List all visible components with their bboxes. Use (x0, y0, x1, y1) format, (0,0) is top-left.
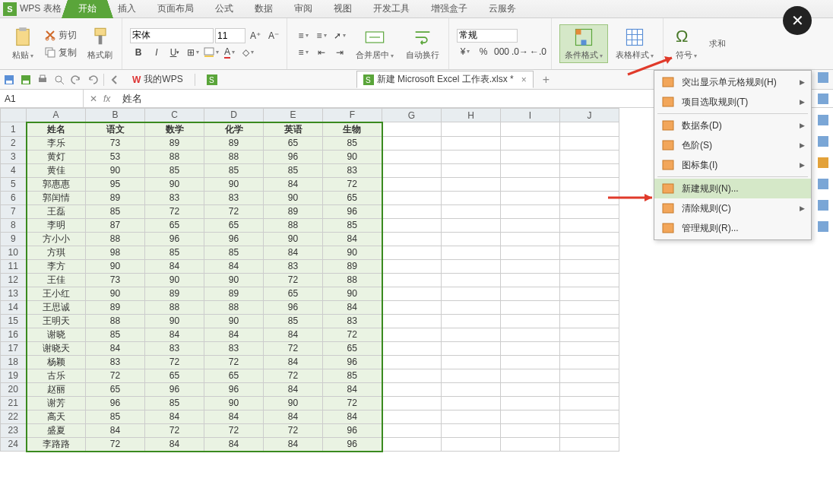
side-icon-7[interactable] (816, 199, 830, 211)
cell[interactable]: 84 (86, 341, 145, 355)
cell[interactable] (560, 369, 619, 382)
currency-icon[interactable]: ¥ (457, 44, 474, 59)
cell[interactable]: 83 (145, 341, 204, 355)
cell[interactable]: 65 (145, 369, 204, 382)
conditional-format-button[interactable]: 条件格式 (559, 24, 608, 63)
formula-value[interactable]: 姓名 (116, 92, 148, 106)
cell[interactable] (442, 218, 501, 232)
cell[interactable]: 88 (86, 314, 145, 328)
fx-cancel-icon[interactable]: ✕ (90, 94, 97, 104)
align-left-icon[interactable]: ≡ (295, 45, 312, 60)
cell[interactable]: 96 (323, 423, 382, 437)
column-header[interactable]: B (86, 109, 145, 122)
cell[interactable] (560, 328, 619, 341)
cell[interactable] (501, 218, 560, 232)
ribbon-tab-8[interactable]: 增强盒子 (420, 0, 478, 18)
menu-item[interactable]: 项目选取规则(T)▶ (654, 92, 811, 112)
cell[interactable]: 95 (86, 177, 145, 191)
cell[interactable]: 84 (204, 410, 264, 423)
cell[interactable]: 72 (204, 355, 264, 369)
cell[interactable]: 73 (86, 273, 145, 287)
auto-wrap-button[interactable]: 自动换行 (401, 25, 444, 62)
row-header[interactable]: 23 (1, 423, 27, 437)
cell[interactable] (501, 259, 560, 273)
cell[interactable]: 89 (204, 287, 264, 300)
cell[interactable]: 89 (204, 136, 264, 150)
cell[interactable]: 96 (145, 382, 204, 396)
bold-button[interactable]: B (130, 45, 147, 60)
cell[interactable]: 李路路 (27, 437, 86, 452)
cell[interactable] (382, 369, 442, 382)
cell[interactable] (501, 314, 560, 328)
cell[interactable] (560, 122, 619, 137)
cell[interactable] (382, 163, 442, 177)
cell[interactable] (501, 355, 560, 369)
cell[interactable]: 84 (145, 437, 204, 452)
cell[interactable] (442, 328, 501, 341)
cell[interactable]: 谢晓 (27, 328, 86, 341)
cell[interactable] (501, 328, 560, 341)
row-header[interactable]: 10 (1, 246, 27, 259)
select-all-corner[interactable] (1, 109, 27, 122)
cell[interactable]: 90 (204, 314, 264, 328)
cell[interactable] (501, 300, 560, 314)
cell[interactable]: 84 (145, 259, 204, 273)
row-header[interactable]: 20 (1, 382, 27, 396)
cell[interactable] (382, 273, 442, 287)
cell[interactable] (442, 232, 501, 246)
menu-item[interactable]: 清除规则(C)▶ (654, 198, 811, 218)
cell[interactable]: 72 (145, 355, 204, 369)
cell[interactable]: 85 (204, 246, 264, 259)
row-header[interactable]: 14 (1, 300, 27, 314)
cell[interactable]: 72 (264, 423, 323, 437)
cell[interactable] (560, 396, 619, 410)
cell[interactable] (442, 396, 501, 410)
cell[interactable]: 83 (145, 191, 204, 204)
cell[interactable]: 84 (264, 177, 323, 191)
cell[interactable]: 65 (264, 287, 323, 300)
row-header[interactable]: 8 (1, 218, 27, 232)
cell[interactable]: 84 (323, 410, 382, 423)
row-header[interactable]: 17 (1, 341, 27, 355)
cell[interactable]: 李方 (27, 259, 86, 273)
cell[interactable] (501, 396, 560, 410)
cell[interactable] (382, 382, 442, 396)
cell[interactable] (501, 287, 560, 300)
column-header[interactable]: F (323, 109, 382, 122)
menu-item[interactable]: 新建规则(N)... (654, 179, 811, 198)
column-header[interactable]: J (560, 109, 619, 122)
print-preview-icon[interactable] (53, 74, 65, 86)
cell[interactable]: 85 (264, 163, 323, 177)
row-header[interactable]: 21 (1, 396, 27, 410)
menu-item[interactable]: 图标集(I)▶ (654, 155, 811, 175)
doc-tab-active[interactable]: S 新建 Microsoft Excel 工作表.xlsx * × (356, 71, 534, 88)
cell[interactable]: 84 (86, 423, 145, 437)
increase-font-icon[interactable]: A⁺ (247, 28, 264, 43)
border-button[interactable]: ⊞ (185, 45, 201, 60)
cell[interactable]: 84 (323, 382, 382, 396)
increase-decimal-icon[interactable]: .0→ (512, 44, 528, 59)
row-header[interactable]: 15 (1, 314, 27, 328)
sum-button[interactable]: 求和 (705, 36, 730, 51)
cell[interactable] (382, 423, 442, 437)
cell[interactable]: 85 (145, 396, 204, 410)
cell[interactable] (560, 423, 619, 437)
cell[interactable] (560, 218, 619, 232)
cell[interactable]: 84 (145, 328, 204, 341)
cell[interactable] (382, 177, 442, 191)
cell[interactable]: 84 (323, 232, 382, 246)
cell[interactable]: 王明天 (27, 314, 86, 328)
cell[interactable]: 语文 (86, 122, 145, 137)
symbol-button[interactable]: Ω 符号 (671, 25, 702, 62)
column-header[interactable]: I (501, 109, 560, 122)
cell[interactable] (442, 191, 501, 204)
row-header[interactable]: 4 (1, 163, 27, 177)
cell[interactable] (560, 259, 619, 273)
cell[interactable] (442, 163, 501, 177)
row-header[interactable]: 18 (1, 355, 27, 369)
cell[interactable]: 72 (204, 204, 264, 218)
cell[interactable]: 89 (264, 204, 323, 218)
ribbon-tab-7[interactable]: 开发工具 (363, 0, 420, 18)
ribbon-tab-9[interactable]: 云服务 (478, 0, 527, 18)
cell[interactable]: 84 (264, 328, 323, 341)
